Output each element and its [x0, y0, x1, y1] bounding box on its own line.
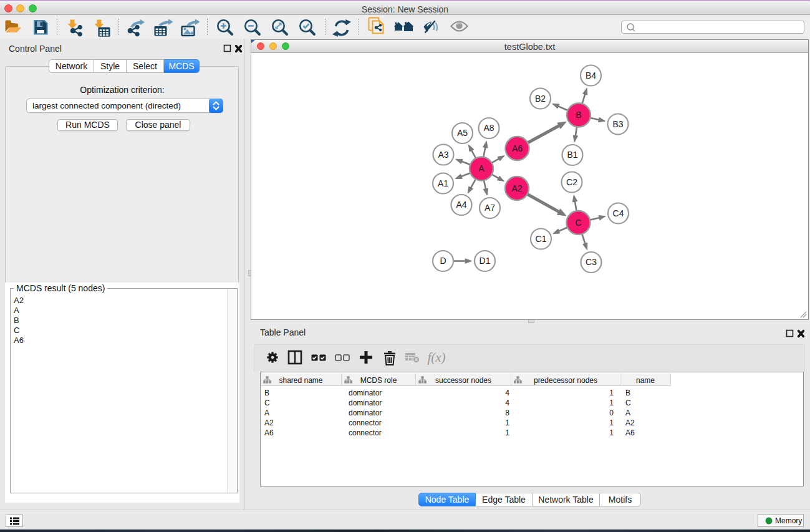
svg-text:B4: B4 [586, 70, 596, 80]
svg-text:C1: C1 [536, 234, 547, 244]
svg-text:B3: B3 [612, 119, 623, 129]
svg-text:C: C [575, 218, 581, 228]
svg-text:C4: C4 [613, 208, 624, 218]
svg-text:A4: A4 [456, 200, 466, 210]
svg-text:A8: A8 [483, 123, 494, 133]
svg-text:B1: B1 [567, 150, 577, 160]
svg-text:A: A [478, 163, 485, 173]
svg-text:A1: A1 [438, 178, 448, 188]
svg-text:C3: C3 [586, 257, 597, 267]
svg-text:C2: C2 [566, 177, 577, 187]
svg-text:A3: A3 [438, 150, 448, 160]
svg-text:A7: A7 [485, 203, 495, 213]
svg-text:A2: A2 [511, 183, 522, 193]
svg-text:B2: B2 [535, 94, 546, 104]
svg-text:A5: A5 [457, 128, 468, 138]
svg-text:D: D [440, 256, 446, 266]
svg-text:B: B [576, 110, 581, 120]
svg-text:A6: A6 [512, 143, 523, 153]
svg-text:D1: D1 [480, 256, 491, 266]
